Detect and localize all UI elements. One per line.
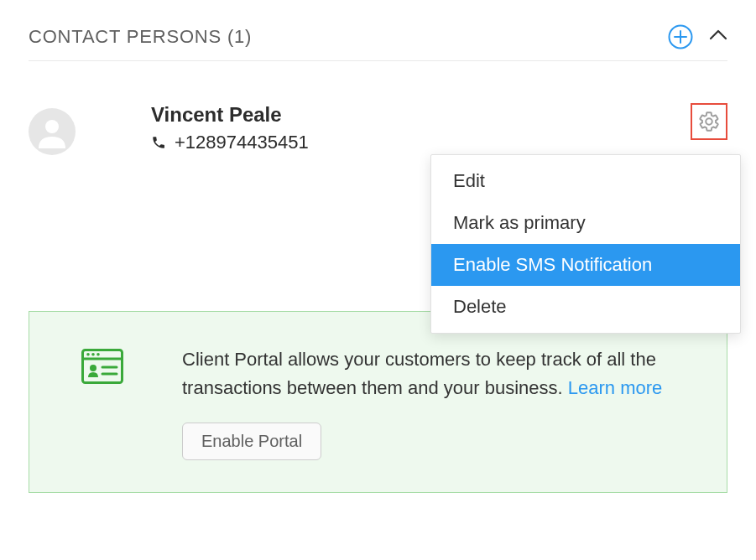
contact-name: Vincent Peale (151, 103, 691, 127)
contact-info: Vincent Peale +128974435451 (151, 103, 691, 153)
menu-item-delete[interactable]: Delete (431, 286, 740, 328)
contact-actions-menu: Edit Mark as primary Enable SMS Notifica… (430, 154, 741, 334)
menu-item-mark-primary[interactable]: Mark as primary (431, 202, 740, 244)
avatar (29, 108, 76, 155)
add-contact-button[interactable] (667, 23, 694, 50)
chevron-up-icon (709, 29, 727, 41)
contact-phone: +128974435451 (175, 132, 309, 153)
contact-settings-button[interactable] (691, 103, 727, 140)
section-header: CONTACT PERSONS (1) (29, 17, 727, 61)
svg-point-3 (45, 120, 59, 133)
gear-icon (698, 111, 720, 132)
svg-point-6 (86, 353, 90, 356)
phone-icon (151, 135, 166, 150)
enable-portal-button[interactable]: Enable Portal (182, 423, 321, 460)
portal-icon-wrapper (81, 349, 123, 387)
menu-item-enable-sms[interactable]: Enable SMS Notification (431, 244, 740, 286)
person-icon (35, 115, 69, 148)
svg-point-8 (96, 353, 100, 356)
section-title: CONTACT PERSONS (1) (29, 26, 252, 48)
svg-point-9 (90, 365, 96, 371)
header-actions (667, 23, 727, 50)
client-portal-panel: Client Portal allows your customers to k… (29, 311, 727, 493)
portal-description: Client Portal allows your customers to k… (182, 345, 693, 402)
svg-point-7 (91, 353, 95, 356)
collapse-toggle[interactable] (709, 29, 727, 44)
menu-item-edit[interactable]: Edit (431, 160, 740, 202)
learn-more-link[interactable]: Learn more (568, 377, 663, 398)
contact-phone-row: +128974435451 (151, 132, 691, 153)
contact-row: Vincent Peale +128974435451 (29, 61, 727, 155)
portal-content: Client Portal allows your customers to k… (182, 345, 693, 460)
plus-circle-icon (668, 24, 693, 49)
portal-window-icon (81, 349, 123, 384)
